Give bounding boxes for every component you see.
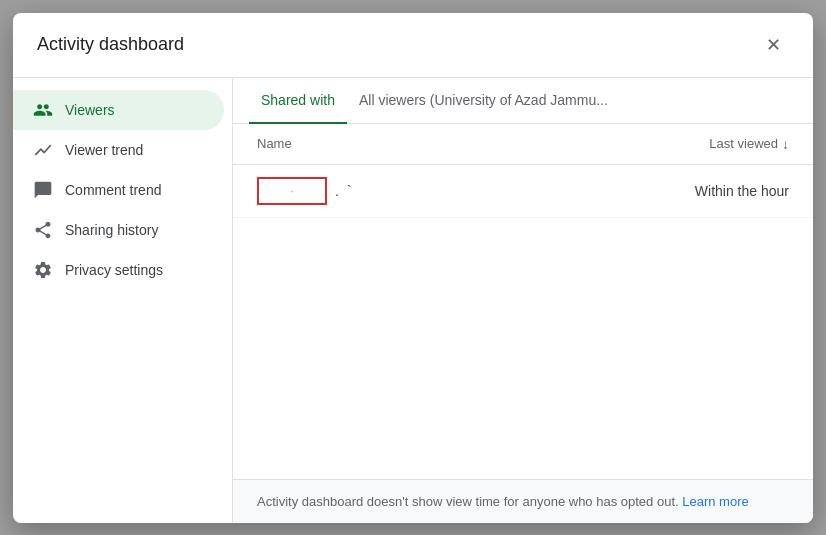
footer: Activity dashboard doesn't show view tim… [233, 479, 813, 523]
sidebar-item-viewers[interactable]: Viewers [13, 90, 224, 130]
redacted-name-box: · [257, 177, 327, 205]
table-container: Name Last viewed ↓ · . ` [233, 124, 813, 479]
sidebar-item-privacy-settings[interactable]: Privacy settings [13, 250, 224, 290]
name-tick: ` [347, 183, 352, 199]
sidebar-item-viewer-trend-label: Viewer trend [65, 142, 143, 158]
footer-text: Activity dashboard doesn't show view tim… [257, 494, 679, 509]
trend-icon [33, 140, 53, 160]
column-last-viewed-header: Last viewed ↓ [709, 136, 789, 152]
column-name-header: Name [257, 136, 709, 151]
content-area: Shared with All viewers (University of A… [233, 78, 813, 523]
sidebar-item-viewers-label: Viewers [65, 102, 115, 118]
table-row: · . ` Within the hour [233, 165, 813, 218]
name-cell: · . ` [257, 177, 695, 205]
sort-icon: ↓ [782, 136, 789, 152]
settings-icon [33, 260, 53, 280]
sidebar-item-comment-trend[interactable]: Comment trend [13, 170, 224, 210]
tabs-container: Shared with All viewers (University of A… [233, 78, 813, 124]
dialog-header: Activity dashboard ✕ [13, 13, 813, 78]
sidebar-item-privacy-settings-label: Privacy settings [65, 262, 163, 278]
last-viewed-cell: Within the hour [695, 183, 789, 199]
sidebar-item-sharing-history[interactable]: Sharing history [13, 210, 224, 250]
sidebar-item-viewer-trend[interactable]: Viewer trend [13, 130, 224, 170]
name-dot-suffix: . [335, 183, 339, 199]
tab-shared-with[interactable]: Shared with [249, 78, 347, 124]
share-icon [33, 220, 53, 240]
learn-more-link[interactable]: Learn more [682, 494, 748, 509]
sidebar-item-sharing-history-label: Sharing history [65, 222, 158, 238]
close-button[interactable]: ✕ [757, 29, 789, 61]
redacted-dot: · [290, 184, 293, 198]
viewers-icon [33, 100, 53, 120]
table-header: Name Last viewed ↓ [233, 124, 813, 165]
dialog-body: Viewers Viewer trend [13, 78, 813, 523]
sidebar-item-comment-trend-label: Comment trend [65, 182, 161, 198]
activity-dashboard-dialog: Activity dashboard ✕ Viewers [13, 13, 813, 523]
comment-icon [33, 180, 53, 200]
dialog-title: Activity dashboard [37, 34, 184, 55]
tab-all-viewers[interactable]: All viewers (University of Azad Jammu... [347, 78, 620, 124]
close-icon: ✕ [766, 34, 781, 56]
sidebar: Viewers Viewer trend [13, 78, 233, 523]
dialog-overlay: Activity dashboard ✕ Viewers [0, 0, 826, 535]
